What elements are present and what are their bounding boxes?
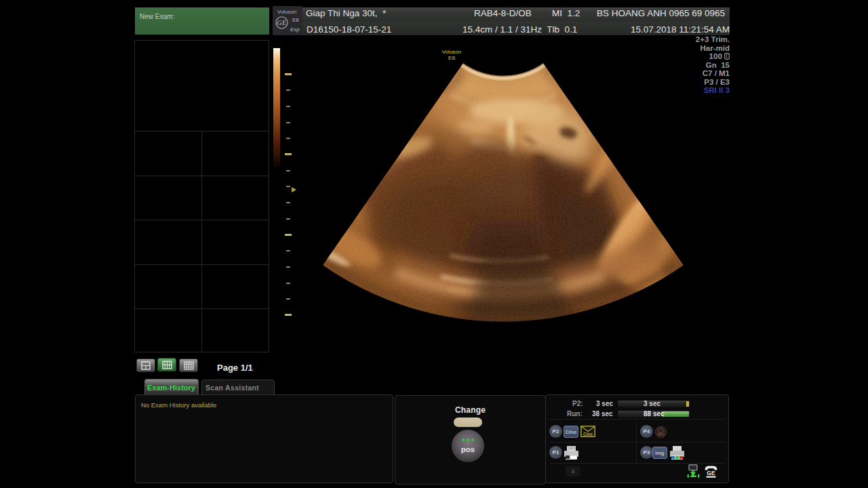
svg-text:REC: REC <box>657 432 665 436</box>
svg-text:GE: GE <box>707 470 715 476</box>
svg-text:Cine: Cine <box>583 432 593 436</box>
